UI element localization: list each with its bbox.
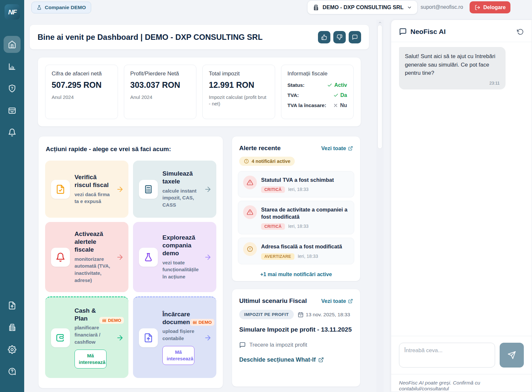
bar-chart-icon — [8, 62, 16, 71]
sidebar: NF ? — [0, 0, 24, 392]
scenario-title: Ultimul scenariu Fiscal — [239, 297, 307, 305]
open-whatif-link[interactable]: Deschide secțiunea What-If — [239, 356, 353, 363]
open-whatif-label: Deschide secțiunea What-If — [239, 356, 316, 363]
demo-badge-label: DEMO — [199, 320, 212, 325]
scenario-comment: Trecere la impozit profit — [239, 342, 353, 348]
sidebar-item-documents[interactable] — [8, 301, 16, 310]
thumbs-up-button[interactable] — [318, 31, 330, 43]
action-card-upload-documents[interactable]: DEMO Încărcare documente upload fișiere … — [133, 296, 216, 378]
view-all-label: Vezi toate — [321, 298, 346, 304]
action-card-risk-check[interactable]: Verifică riscul fiscal vezi dacă firma t… — [45, 161, 128, 218]
logout-label: Delogare — [483, 5, 506, 10]
stat-label: Profit/Pierdere Netă — [130, 71, 190, 77]
sidebar-item-home[interactable] — [4, 36, 21, 53]
flask-icon — [139, 248, 158, 267]
file-upload-icon — [139, 328, 158, 347]
logout-button[interactable]: Delogare — [470, 1, 510, 13]
action-title: Simulează taxele — [162, 170, 199, 185]
chat-title: NeoFisc AI — [410, 28, 513, 36]
wallet-icon — [51, 328, 70, 347]
chat-input[interactable] — [399, 343, 495, 368]
action-title: Activează alertele fiscale — [75, 230, 111, 253]
thumbs-down-icon — [337, 34, 342, 40]
page-title: Bine ai venit pe Dashboard | DEMO - DXP … — [38, 33, 263, 42]
action-desc: calcule instant impozit, CAS, CASS — [162, 187, 199, 209]
arrow-right-icon — [204, 334, 212, 342]
check-icon — [333, 93, 339, 98]
action-card-explore-demo[interactable]: Explorează compania demo vezi toate func… — [133, 222, 216, 292]
alert-title: Statutul TVA a fost schimbat — [261, 177, 334, 183]
chat-icon — [399, 28, 407, 36]
sidebar-item-company[interactable] — [8, 323, 16, 332]
sidebar-item-settings[interactable] — [8, 345, 16, 354]
alert-triangle-icon — [243, 176, 257, 189]
fiscal-row-status: Status: Activ — [288, 82, 347, 88]
refresh-icon[interactable] — [517, 28, 524, 35]
alert-item[interactable]: Statutul TVA a fost schimbat CRITICĂIeri… — [238, 171, 354, 197]
arrow-right-icon — [116, 253, 124, 261]
action-card-simulate-taxes[interactable]: Simulează taxele calcule instant impozit… — [133, 161, 216, 218]
scenario-view-all-link[interactable]: Vezi toate — [321, 298, 353, 304]
fiscal-row-label: TVA la încasare: — [288, 102, 326, 108]
action-title: Verifică riscul fiscal — [75, 173, 111, 189]
arrow-right-icon — [116, 185, 124, 193]
interested-button[interactable]: Mă interesează — [162, 346, 194, 365]
stat-label: Total impozit — [209, 71, 269, 77]
arrow-right-icon — [204, 185, 212, 193]
company-selector-value: DEMO - DXP CONSULTING SRL — [323, 4, 404, 10]
interested-button[interactable]: Mă interesează — [75, 350, 107, 369]
action-desc: vezi toate funcționalitățile în acțiune — [162, 259, 199, 280]
chat-disclaimer: NeoFisc AI poate greși. Confirmă cu cont… — [391, 374, 532, 392]
fiscal-row-tva-incasare: TVA la încasare: Nu — [288, 102, 347, 108]
severity-badge: AVERTIZARE — [261, 253, 294, 260]
x-icon — [333, 103, 338, 108]
arrow-right-icon — [116, 334, 124, 342]
sidebar-item-risk[interactable]: ? — [8, 84, 16, 93]
stat-card-fiscal-info: Informații fiscale Status: Activ TVA: Da… — [281, 65, 354, 119]
fiscal-info-title: Informații fiscale — [288, 71, 347, 77]
ai-message-time: 23:11 — [405, 81, 500, 86]
thumbs-up-icon — [321, 34, 327, 40]
action-card-activate-alerts[interactable]: Activează alertele fiscale monitorizare … — [45, 222, 128, 292]
fiscal-row-label: TVA: — [288, 92, 299, 98]
chat-bubble-icon — [352, 34, 358, 40]
doc-check-icon — [51, 180, 70, 199]
alerts-view-all-link[interactable]: Vezi toate — [321, 145, 353, 151]
scrollbar-thumb[interactable] — [377, 25, 382, 149]
sidebar-item-alerts[interactable] — [8, 128, 16, 137]
scenario-comment-label: Trecere la impozit profit — [249, 342, 307, 348]
warning-circle-icon — [244, 159, 249, 164]
main-scrollbar[interactable] — [376, 20, 384, 392]
active-notifications-badge: 4 notificări active — [239, 157, 295, 166]
sidebar-item-inbox[interactable] — [8, 106, 16, 115]
send-button[interactable] — [500, 343, 524, 368]
chevron-down-icon — [407, 5, 412, 10]
company-selector[interactable]: DEMO - DXP CONSULTING SRL — [307, 0, 418, 14]
calendar-icon — [298, 312, 304, 318]
demo-badge: DEMO — [190, 319, 215, 326]
action-desc: vezi dacă firma ta e expusă — [75, 191, 111, 205]
alert-item[interactable]: Adresa fiscală a fost modificată AVERTIZ… — [238, 238, 354, 264]
demo-badge-label: DEMO — [108, 318, 122, 323]
company-demo-button[interactable]: Companie DEMO — [31, 2, 91, 13]
sidebar-item-analytics[interactable] — [8, 62, 16, 71]
external-link-icon — [318, 357, 324, 363]
ai-message-bubble: Salut! Sunt aici să te ajut cu întrebări… — [399, 47, 506, 89]
action-desc: monitorizare automată (TVA, inactivitate… — [75, 256, 111, 284]
recent-alerts-panel: Alerte recente Vezi toate 4 notificări a… — [232, 136, 360, 281]
calculator-icon — [139, 180, 158, 199]
more-notifications-link[interactable]: +1 mai multe notificări active — [238, 272, 354, 277]
bell-icon — [51, 248, 70, 267]
stat-note: Anul 2024 — [130, 94, 190, 101]
sidebar-item-help[interactable] — [8, 367, 16, 376]
fiscal-row-value: Activ — [334, 82, 347, 88]
neofisc-ai-panel: NeoFisc AI Salut! Sunt aici să te ajut c… — [391, 20, 532, 392]
alert-item[interactable]: Starea de activitate a companiei a fost … — [238, 201, 354, 234]
alert-triangle-icon — [243, 205, 257, 219]
scenario-type-badge: IMPOZIT PE PROFIT — [239, 310, 294, 319]
feedback-chat-button[interactable] — [349, 31, 361, 43]
action-title: Explorează compania demo — [162, 234, 199, 257]
user-email: suport@neofisc.ro — [421, 4, 463, 10]
action-card-cash-plan[interactable]: DEMO Cash & Plan planificare financiară … — [45, 296, 128, 378]
thumbs-down-button[interactable] — [333, 31, 346, 43]
